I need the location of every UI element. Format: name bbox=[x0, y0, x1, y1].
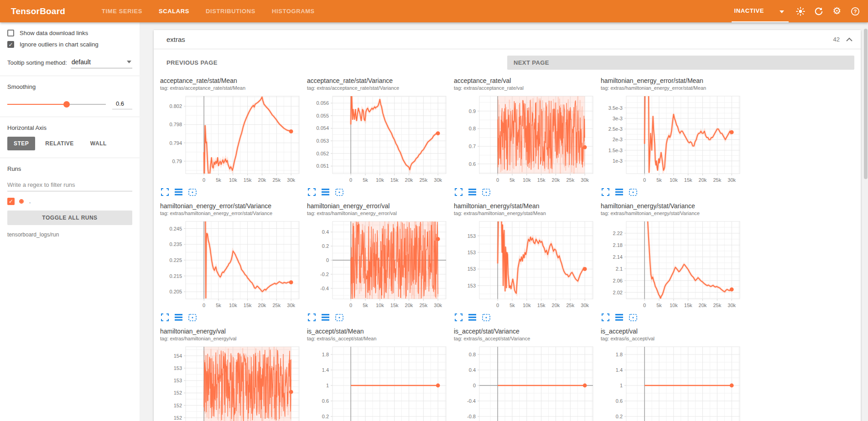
svg-text:20k: 20k bbox=[552, 303, 560, 308]
chart-title: is_accept/stat/Variance bbox=[454, 328, 601, 335]
svg-text:5k: 5k bbox=[656, 177, 662, 183]
chart-plot[interactable]: 05k10k15k20k25k30k0.40.20-0.2-0.4 bbox=[307, 218, 451, 311]
chart-plot[interactable]: 05k10k15k20k25k30k2.222.182.142.12.062.0… bbox=[601, 218, 744, 311]
chart-plot[interactable]: 05k10k15k20k25k30k0.0560.0550.0540.0530.… bbox=[307, 92, 451, 186]
expand-chart-icon[interactable] bbox=[161, 188, 169, 196]
svg-text:15k: 15k bbox=[390, 177, 399, 183]
expand-chart-icon[interactable] bbox=[161, 313, 169, 321]
chart-plot[interactable]: 05k10k15k20k25k30k154153153152152152 bbox=[160, 343, 304, 421]
axis-option-step[interactable]: STEP bbox=[7, 137, 35, 150]
tooltip-sorting-value: default bbox=[72, 58, 91, 66]
expand-chart-icon[interactable] bbox=[308, 313, 316, 321]
tooltip-sorting-select[interactable]: default bbox=[71, 57, 132, 68]
chart-tag: tag: extras/is_accept/stat/Variance bbox=[454, 335, 601, 342]
svg-text:20k: 20k bbox=[699, 177, 707, 183]
svg-text:0: 0 bbox=[203, 177, 205, 183]
vertical-scrollbar[interactable] bbox=[863, 22, 868, 421]
chart-toolbar bbox=[455, 188, 601, 196]
app-logo: TensorBoard bbox=[11, 0, 65, 22]
expand-chart-icon[interactable] bbox=[602, 313, 609, 321]
run-name: . bbox=[29, 198, 31, 205]
refresh-icon[interactable] bbox=[810, 0, 828, 22]
svg-text:153: 153 bbox=[468, 283, 476, 288]
chart-tag: tag: extras/is_accept/stat/Mean bbox=[307, 335, 454, 342]
brightness-icon[interactable] bbox=[791, 0, 810, 22]
fit-domain-icon[interactable] bbox=[629, 314, 637, 321]
axis-option-relative[interactable]: RELATIVE bbox=[39, 137, 80, 150]
run-checkbox-icon[interactable]: ✓ bbox=[7, 198, 15, 205]
checkbox-label: Ignore outliers in chart scaling bbox=[20, 41, 99, 48]
run-color-icon bbox=[19, 199, 24, 204]
expand-chart-icon[interactable] bbox=[308, 188, 316, 196]
svg-text:1: 1 bbox=[326, 383, 329, 388]
svg-text:10k: 10k bbox=[229, 303, 237, 308]
chart-plot[interactable]: 05k10k15k20k25k30k0.2450.2350.2250.2150.… bbox=[160, 218, 304, 311]
svg-text:153: 153 bbox=[468, 250, 476, 255]
settings-gear-icon[interactable]: ⚙ bbox=[828, 0, 846, 22]
tab-time-series[interactable]: TIME SERIES bbox=[94, 0, 151, 22]
log-scale-icon[interactable] bbox=[175, 314, 182, 321]
expand-chart-icon[interactable] bbox=[602, 188, 609, 196]
chart-title: hamiltonian_energy/val bbox=[160, 328, 307, 335]
expand-chart-icon[interactable] bbox=[455, 313, 463, 321]
next-page-button[interactable]: NEXT PAGE bbox=[507, 56, 854, 70]
svg-text:0.053: 0.053 bbox=[316, 138, 329, 144]
reload-status-dropdown[interactable]: INACTIVE bbox=[732, 0, 789, 22]
log-scale-icon[interactable] bbox=[322, 314, 329, 321]
fit-domain-icon[interactable] bbox=[188, 189, 197, 196]
svg-text:3.5e-3: 3.5e-3 bbox=[608, 105, 623, 111]
ignore-outliers-checkbox[interactable]: Ignore outliers in chart scaling bbox=[7, 41, 132, 48]
log-scale-icon[interactable] bbox=[615, 189, 623, 195]
chart-toolbar bbox=[602, 313, 748, 321]
extras-card: extras 42 PREVIOUS PAGE NEXT PAGE accept… bbox=[154, 30, 861, 421]
fit-domain-icon[interactable] bbox=[335, 189, 343, 196]
section-header[interactable]: extras 42 bbox=[154, 30, 861, 49]
chart-title: acceptance_rate/stat/Variance bbox=[307, 77, 454, 85]
show-download-links-checkbox[interactable]: Show data download links bbox=[7, 30, 132, 36]
chart-plot[interactable]: 05k10k15k20k25k30k1.81.410.60.2 bbox=[601, 343, 744, 421]
runs-filter-input[interactable] bbox=[7, 179, 132, 191]
log-scale-icon[interactable] bbox=[175, 189, 182, 195]
fit-domain-icon[interactable] bbox=[482, 189, 490, 196]
smoothing-slider[interactable] bbox=[7, 101, 106, 108]
fit-domain-icon[interactable] bbox=[335, 314, 343, 321]
fit-domain-icon[interactable] bbox=[629, 189, 637, 196]
log-scale-icon[interactable] bbox=[468, 189, 476, 195]
chart-title: acceptance_rate/val bbox=[454, 77, 601, 85]
chart-plot[interactable]: 05k10k15k20k25k30k1.81.410.60.2 bbox=[307, 343, 451, 421]
chart-plot[interactable]: 05k10k15k20k25k30k0.8020.7980.7940.79 bbox=[160, 92, 304, 186]
divider bbox=[0, 158, 140, 158]
chart-plot[interactable]: 05k10k15k20k25k30k0.80.40-0.4-0.8 bbox=[454, 343, 598, 421]
run-row[interactable]: ✓ . bbox=[7, 198, 132, 205]
previous-page-button[interactable]: PREVIOUS PAGE bbox=[160, 56, 507, 70]
svg-text:5k: 5k bbox=[509, 177, 515, 183]
chevron-down-icon bbox=[127, 61, 131, 63]
fit-domain-icon[interactable] bbox=[188, 314, 197, 321]
slider-thumb[interactable] bbox=[63, 101, 70, 108]
smoothing-value[interactable]: 0.6 bbox=[112, 99, 132, 109]
scrollbar-thumb[interactable] bbox=[864, 29, 868, 179]
chart-plot[interactable]: 05k10k15k20k25k30k0.90.80.70.6 bbox=[454, 92, 598, 186]
chart-plot[interactable]: 05k10k15k20k25k30k153153153153 bbox=[454, 218, 598, 311]
section-count-badge: 42 bbox=[833, 36, 840, 43]
svg-text:0.8: 0.8 bbox=[469, 352, 476, 357]
section-body: PREVIOUS PAGE NEXT PAGE acceptance_rate/… bbox=[154, 49, 861, 421]
help-icon[interactable]: ? bbox=[846, 0, 864, 22]
tab-histograms[interactable]: HISTOGRAMS bbox=[264, 0, 323, 22]
svg-text:152: 152 bbox=[174, 403, 182, 408]
axis-option-wall[interactable]: WALL bbox=[84, 137, 113, 150]
log-scale-icon[interactable] bbox=[322, 189, 329, 195]
fit-domain-icon[interactable] bbox=[482, 314, 490, 321]
log-scale-icon[interactable] bbox=[468, 314, 476, 321]
log-scale-icon[interactable] bbox=[615, 314, 623, 321]
svg-text:0.235: 0.235 bbox=[169, 241, 182, 247]
expand-chart-icon[interactable] bbox=[455, 188, 463, 196]
tab-scalars[interactable]: SCALARS bbox=[151, 0, 198, 22]
chart-toolbar bbox=[161, 313, 307, 321]
chevron-up-icon[interactable] bbox=[845, 36, 853, 42]
tab-distributions[interactable]: DISTRIBUTIONS bbox=[198, 0, 264, 22]
chart-plot[interactable]: 05k10k15k20k25k30k3.5e-33e-32.5e-32e-31.… bbox=[601, 92, 744, 186]
svg-text:15k: 15k bbox=[684, 303, 692, 308]
log-dir-label: tensorboard_logs/run bbox=[7, 231, 132, 238]
toggle-all-runs-button[interactable]: TOGGLE ALL RUNS bbox=[7, 210, 132, 225]
